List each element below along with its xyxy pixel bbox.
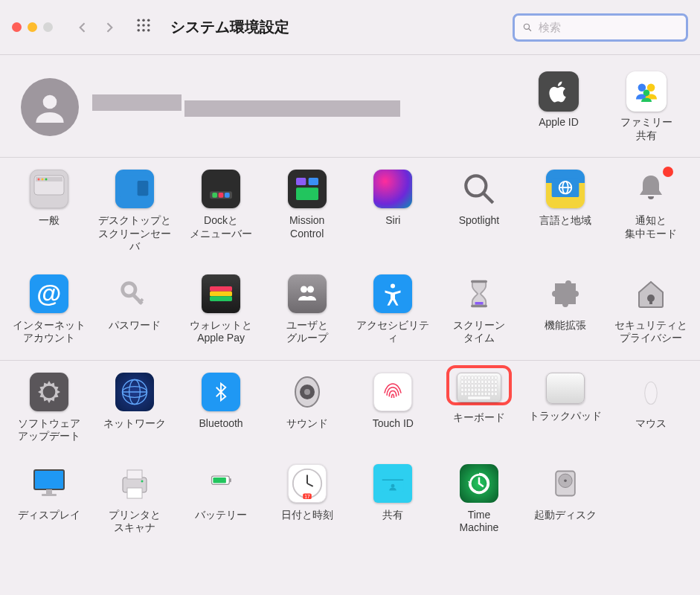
wallet-icon	[202, 274, 240, 313]
svg-rect-45	[471, 304, 487, 307]
pref-label-users: ユーザと グループ	[286, 319, 328, 345]
pref-datetime[interactable]: 17日付と時刻	[264, 464, 350, 535]
svg-rect-86	[491, 384, 494, 387]
minimize-window-button[interactable]	[28, 22, 37, 32]
svg-rect-117	[127, 470, 142, 479]
svg-rect-67	[464, 380, 467, 383]
pref-printers[interactable]: プリンタと スキャナ	[92, 464, 179, 535]
pref-users[interactable]: ユーザと グループ	[264, 274, 350, 345]
apple-id-button[interactable]: Apple ID	[526, 71, 591, 142]
pref-trackpad[interactable]: トラックパッド	[522, 373, 609, 443]
search-input[interactable]	[539, 21, 678, 33]
svg-point-29	[466, 176, 486, 196]
pref-accessibility[interactable]: アクセシビリティ	[350, 274, 437, 345]
svg-point-11	[43, 94, 57, 109]
user-name-redacted	[92, 94, 182, 111]
svg-point-54	[304, 389, 310, 395]
time-machine-icon	[460, 464, 498, 503]
pref-extensions[interactable]: 機能拡張	[522, 274, 609, 345]
svg-rect-98	[495, 387, 498, 391]
svg-rect-76	[495, 380, 498, 383]
family-sharing-button[interactable]: ファミリー 共有	[614, 71, 679, 142]
pref-keyboard[interactable]: キーボード	[436, 373, 522, 443]
pref-label-timemachine: Time Machine	[459, 509, 498, 535]
bluetooth-icon	[202, 373, 240, 411]
pref-general[interactable]: 一般	[6, 170, 92, 254]
prefs-section-1: 一般デスクトップと スクリーンセーバDockと メニューバーMission Co…	[0, 157, 700, 360]
svg-rect-122	[213, 477, 226, 483]
pref-label-language: 言語と地域	[539, 214, 591, 228]
pref-label-keyboard: キーボード	[453, 411, 505, 425]
pref-display[interactable]: ディスプレイ	[6, 464, 92, 535]
window-controls	[12, 22, 53, 32]
svg-point-42	[307, 286, 314, 292]
pref-dock[interactable]: Dockと メニューバー	[178, 170, 264, 254]
pref-mouse[interactable]: マウス	[608, 373, 694, 443]
close-window-button[interactable]	[12, 22, 22, 32]
pref-bluetooth[interactable]: Bluetooth	[178, 373, 264, 443]
mouse-icon	[632, 373, 670, 411]
pref-wallet[interactable]: ウォレットと Apple Pay	[178, 274, 264, 345]
svg-rect-92	[475, 387, 478, 391]
pref-screentime[interactable]: スクリーン タイム	[436, 274, 522, 345]
svg-point-4	[142, 24, 145, 27]
pref-passwords[interactable]: パスワード	[92, 274, 179, 345]
apple-id-label: Apple ID	[539, 116, 579, 129]
pref-update[interactable]: ソフトウェア アップデート	[6, 373, 92, 443]
svg-rect-94	[481, 387, 484, 391]
pref-network[interactable]: ネットワーク	[92, 373, 179, 443]
pref-touchid[interactable]: Touch ID	[350, 373, 437, 443]
svg-point-19	[45, 178, 47, 181]
svg-rect-106	[484, 392, 487, 396]
account-name-area	[92, 94, 526, 119]
svg-rect-87	[495, 384, 498, 387]
user-avatar[interactable]	[21, 78, 79, 136]
dock-icon	[202, 170, 240, 208]
pref-mission[interactable]: Mission Control	[264, 170, 350, 254]
pref-label-general: 一般	[39, 214, 60, 228]
svg-rect-118	[127, 488, 142, 498]
svg-rect-23	[212, 193, 217, 198]
svg-rect-65	[495, 376, 498, 379]
pref-label-screentime: スクリーン タイム	[453, 319, 505, 345]
pref-sound[interactable]: サウンド	[264, 373, 350, 443]
printer-icon	[115, 464, 154, 503]
pref-sharing[interactable]: 共有	[350, 464, 437, 535]
svg-rect-91	[471, 387, 474, 391]
svg-rect-81	[475, 384, 478, 387]
pref-siri[interactable]: Siri	[350, 170, 437, 254]
pref-timemachine[interactable]: Time Machine	[436, 464, 522, 535]
pref-startup[interactable]: 起動ディスク	[522, 464, 609, 535]
pref-notifications[interactable]: 通知と 集中モード	[608, 170, 694, 254]
svg-rect-101	[468, 392, 471, 396]
svg-point-14	[643, 89, 650, 96]
prefs-section-2: ソフトウェア アップデートネットワークBluetoothサウンドTouch ID…	[0, 360, 700, 550]
search-field[interactable]	[513, 13, 688, 42]
pref-battery[interactable]: バッテリー	[178, 464, 264, 535]
user-email-redacted	[184, 100, 400, 117]
svg-rect-39	[210, 291, 232, 296]
svg-point-6	[137, 29, 140, 32]
battery-icon	[202, 464, 240, 503]
users-icon	[288, 274, 327, 313]
pref-label-mouse: マウス	[635, 417, 667, 431]
svg-line-10	[529, 28, 531, 30]
svg-point-3	[137, 24, 140, 27]
pref-language[interactable]: 言語と地域	[522, 170, 609, 254]
svg-line-30	[484, 193, 493, 203]
pref-label-wallet: ウォレットと Apple Pay	[190, 319, 252, 345]
svg-point-9	[524, 24, 529, 29]
pref-desktop[interactable]: デスクトップと スクリーンセーバ	[92, 170, 179, 254]
pref-label-internet: インターネット アカウント	[13, 319, 86, 345]
svg-rect-78	[464, 384, 467, 387]
pref-label-startup: 起動ディスク	[534, 509, 597, 522]
svg-rect-112	[34, 470, 64, 489]
pref-internet[interactable]: @インターネット アカウント	[6, 274, 92, 345]
back-button[interactable]	[72, 17, 93, 38]
pref-security[interactable]: セキュリティと プライバシー	[608, 274, 694, 345]
show-all-button[interactable]	[133, 19, 154, 36]
forward-button	[99, 17, 120, 38]
svg-rect-40	[210, 296, 232, 301]
pref-spotlight[interactable]: Spotlight	[436, 170, 522, 254]
svg-point-119	[141, 480, 144, 482]
